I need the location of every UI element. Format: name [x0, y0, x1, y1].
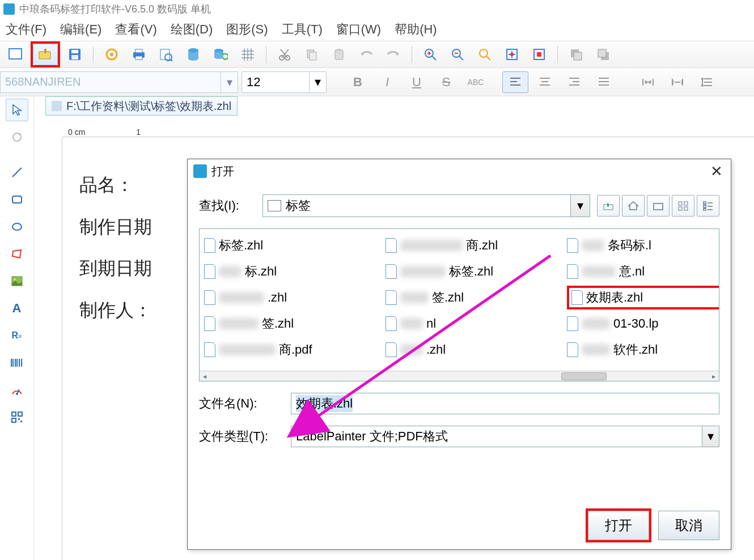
- redo-button[interactable]: [381, 44, 406, 65]
- file-item[interactable]: 意.nl: [567, 260, 719, 283]
- font-name-combo[interactable]: 568NANJIREN ▾: [0, 71, 238, 93]
- bold-button[interactable]: B: [345, 71, 371, 93]
- file-item[interactable]: 标签.zhl: [386, 260, 544, 283]
- view-icons-button[interactable]: [672, 195, 694, 217]
- qrcode-tool[interactable]: [6, 406, 28, 429]
- file-item[interactable]: 签.zhl: [386, 286, 544, 309]
- scroll-left-arrow[interactable]: ◂: [200, 372, 210, 381]
- file-item[interactable]: 商.zhl: [386, 234, 544, 257]
- zoom-out-button[interactable]: [445, 44, 470, 65]
- bring-front-button[interactable]: [564, 44, 588, 65]
- database-button[interactable]: [181, 44, 206, 65]
- folder-icon: [268, 200, 281, 211]
- align-left-button[interactable]: [502, 71, 528, 93]
- image-tool[interactable]: [6, 270, 28, 292]
- cut-button[interactable]: [272, 44, 297, 65]
- spacing-more-button[interactable]: [664, 71, 691, 93]
- font-size-value: 12: [247, 75, 260, 90]
- menu-help[interactable]: 帮助(H): [395, 21, 437, 38]
- preview-button[interactable]: [154, 44, 179, 65]
- file-item[interactable]: 商.pdf: [204, 338, 363, 362]
- file-item[interactable]: 条码标.l: [567, 234, 719, 257]
- align-justify-button[interactable]: [591, 71, 617, 93]
- file-item[interactable]: 软件.zhl: [567, 338, 719, 362]
- ellipse-tool[interactable]: [6, 215, 28, 238]
- zoom-region-button[interactable]: [472, 44, 497, 65]
- align-right-button[interactable]: [561, 71, 587, 93]
- dialog-close-button[interactable]: ✕: [708, 163, 725, 180]
- dialog-open-button[interactable]: 打开: [588, 511, 649, 540]
- zoom-in-button[interactable]: [418, 44, 443, 65]
- menubar: 文件(F) 编辑(E) 查看(V) 绘图(D) 图形(S) 工具(T) 窗口(W…: [0, 18, 754, 41]
- label-maker: 制作人：: [79, 290, 152, 332]
- line-spacing-button[interactable]: [694, 71, 720, 93]
- menu-file[interactable]: 文件(F): [6, 21, 46, 38]
- save-button[interactable]: [62, 44, 87, 65]
- menu-draw[interactable]: 绘图(D): [171, 21, 213, 38]
- rect-tool[interactable]: [6, 188, 28, 211]
- file-item-selected[interactable]: 效期表.zhl: [567, 286, 719, 309]
- send-back-button[interactable]: [591, 44, 616, 65]
- undo-button[interactable]: [354, 44, 379, 65]
- rotate-tool[interactable]: [6, 126, 28, 149]
- open-button[interactable]: [33, 44, 58, 65]
- superscript-button[interactable]: ABC: [463, 71, 489, 93]
- line-tool[interactable]: [6, 161, 28, 184]
- italic-button[interactable]: I: [374, 71, 400, 93]
- new-folder-button[interactable]: [647, 195, 670, 217]
- database-refresh-button[interactable]: [208, 44, 233, 65]
- file-item[interactable]: .zhl: [204, 286, 363, 309]
- chevron-down-icon[interactable]: ▾: [221, 72, 238, 92]
- spacing-less-button[interactable]: [635, 71, 661, 93]
- view-list-button[interactable]: [697, 195, 719, 217]
- settings-button[interactable]: [99, 44, 124, 65]
- file-item[interactable]: 签.zhl: [204, 312, 363, 336]
- menu-shape[interactable]: 图形(S): [226, 21, 268, 38]
- richtext-tool[interactable]: R≡: [6, 324, 28, 347]
- file-icon: [386, 238, 397, 253]
- chevron-down-icon[interactable]: ▾: [702, 426, 719, 447]
- gauge-tool[interactable]: [6, 379, 28, 401]
- pointer-tool[interactable]: [6, 99, 28, 121]
- filetype-combo[interactable]: LabelPainter 文件;PDF格式 ▾: [291, 426, 719, 447]
- filename-input[interactable]: 效期表.zhl: [291, 393, 719, 414]
- text-tool[interactable]: A: [6, 297, 28, 320]
- print-button[interactable]: [126, 44, 151, 65]
- file-item[interactable]: nl: [386, 312, 544, 336]
- zoom-actual-button[interactable]: [527, 44, 552, 65]
- file-list[interactable]: 标签.zhl标.zhl.zhl签.zhl商.pdf商.zhl标签.zhl签.zh…: [199, 228, 719, 381]
- menu-view[interactable]: 查看(V): [115, 21, 156, 38]
- lookin-combo[interactable]: 标签 ▾: [262, 194, 590, 217]
- file-item[interactable]: .zhl: [386, 338, 544, 362]
- document-tab[interactable]: F:\工作资料\测试\标签\效期表.zhl: [45, 96, 238, 116]
- zoom-fit-button[interactable]: [499, 44, 524, 65]
- horizontal-scrollbar[interactable]: ◂ ▸: [200, 371, 719, 381]
- polygon-tool[interactable]: [6, 243, 28, 265]
- file-item[interactable]: 标签.zhl: [204, 234, 363, 257]
- up-folder-button[interactable]: [597, 195, 620, 217]
- barcode-tool[interactable]: [6, 351, 28, 374]
- paste-button[interactable]: [327, 44, 351, 65]
- strikethrough-button[interactable]: S: [433, 71, 459, 93]
- align-center-button[interactable]: [532, 71, 558, 93]
- svg-line-36: [486, 56, 490, 60]
- svg-rect-83: [654, 203, 663, 210]
- underline-button[interactable]: U: [404, 71, 430, 93]
- menu-edit[interactable]: 编辑(E): [60, 21, 101, 38]
- scroll-thumb[interactable]: [561, 372, 607, 380]
- font-size-combo[interactable]: 12 ▾: [242, 71, 327, 93]
- file-icon: [204, 264, 215, 279]
- menu-window[interactable]: 窗口(W): [336, 21, 381, 38]
- file-item[interactable]: 01-30.lp: [567, 312, 719, 336]
- chevron-down-icon[interactable]: ▾: [570, 195, 590, 217]
- chevron-down-icon[interactable]: ▾: [309, 72, 326, 92]
- dialog-cancel-button[interactable]: 取消: [658, 511, 719, 540]
- home-button[interactable]: [622, 195, 645, 217]
- scroll-right-arrow[interactable]: ▸: [709, 372, 719, 381]
- file-item[interactable]: 标.zhl: [204, 260, 363, 283]
- grid-button[interactable]: [235, 44, 260, 65]
- new-button[interactable]: [3, 44, 28, 65]
- menu-tool[interactable]: 工具(T): [282, 21, 323, 38]
- copy-button[interactable]: [299, 44, 324, 65]
- file-icon: [386, 316, 397, 331]
